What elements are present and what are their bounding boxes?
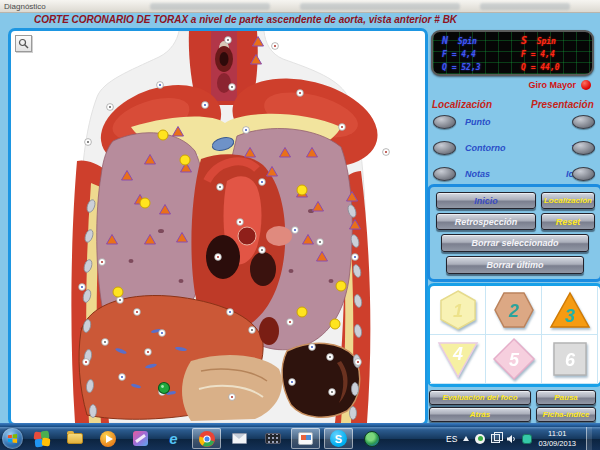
keyboard-icon[interactable] [258, 428, 287, 449]
chrome-icon[interactable] [192, 428, 221, 449]
window-title: Diagnóstico [0, 2, 46, 11]
shape-3-triangle[interactable]: 3 [542, 286, 598, 335]
shape-2-hexagon[interactable]: 2 [486, 286, 542, 335]
s-spin-f: F = 4,4 [521, 48, 560, 61]
n-spin-readout: N Spin F = 4,4 Q = 52,3 [442, 34, 481, 74]
windows-taskbar: e S ES 11:01 03/09/2013 [0, 427, 600, 450]
actions-panel: Inicio Localización Retrospección Reset … [427, 184, 600, 282]
n-spin-q: Q = 52,3 [442, 61, 481, 74]
n-spin-f: F = 4,4 [442, 48, 481, 61]
borrar-seleccionado-button[interactable]: Borrar seleccionado [441, 234, 589, 252]
titlebar-artifact [300, 3, 460, 10]
start-button[interactable] [2, 428, 23, 449]
svg-text:5: 5 [508, 350, 519, 370]
diagnostic-app-window: CORTE CORONARIO DE TORAX a nivel de part… [0, 13, 600, 427]
atras-button[interactable]: Atrás [429, 407, 531, 422]
mail-icon[interactable] [225, 428, 254, 449]
svg-text:2: 2 [507, 301, 518, 321]
clock[interactable]: 11:01 03/09/2013 [538, 429, 576, 449]
punto-label: Punto [465, 117, 491, 127]
globe-icon[interactable] [357, 428, 386, 449]
texto-toggle[interactable] [572, 141, 595, 155]
screen: { "window": { "title": "Diagnóstico" }, … [0, 0, 600, 450]
spin-readout-display: N Spin F = 4,4 Q = 52,3 S Spin F = 4,4 Q… [431, 30, 594, 76]
svg-text:1: 1 [452, 301, 462, 321]
retrospeccion-button[interactable]: Retrospección [436, 213, 536, 230]
iconos-toggle[interactable] [572, 167, 595, 181]
reset-button[interactable]: Reset [541, 213, 595, 230]
tray-expand-icon[interactable] [463, 436, 469, 441]
movie-maker-icon[interactable] [126, 428, 155, 449]
explorer-icon[interactable] [60, 428, 89, 449]
section-title: CORTE CORONARIO DE TORAX a nivel de part… [34, 14, 457, 25]
notas-toggle[interactable] [433, 167, 456, 181]
clock-time: 11:01 [538, 429, 576, 439]
giro-mayor-label: Giro Mayor [528, 80, 576, 90]
magnifier-icon [18, 38, 29, 49]
tray-status-icon[interactable] [475, 434, 485, 444]
giro-mayor-row: Giro Mayor [430, 79, 594, 91]
skype-icon[interactable]: S [324, 428, 353, 449]
system-tray: ES 11:01 03/09/2013 [446, 427, 600, 450]
media-player-icon[interactable] [93, 428, 122, 449]
marker-shapes-panel: 1 2 3 4 5 6 [427, 283, 600, 387]
titlebar-artifact [480, 3, 570, 10]
localizacion-button[interactable]: Localización [541, 192, 595, 209]
shape-4-triangle[interactable]: 4 [430, 335, 486, 384]
anatomy-image-panel[interactable] [8, 28, 428, 426]
shape-5-diamond[interactable]: 5 [486, 335, 542, 384]
windows-flag-icon [7, 433, 18, 444]
tray-antivirus-icon[interactable] [522, 434, 532, 444]
tray-restore-icon[interactable] [491, 434, 500, 443]
localizacion-header: Localización [432, 99, 492, 110]
show-desktop-button[interactable] [586, 427, 592, 450]
shape-1-hexagon[interactable]: 1 [430, 286, 486, 335]
evaluacion-foco-button[interactable]: Evaluación del foco [429, 390, 531, 405]
language-indicator[interactable]: ES [446, 434, 457, 444]
white-app-icon[interactable] [291, 428, 320, 449]
pausa-button[interactable]: Pausa [536, 390, 596, 405]
svg-text:6: 6 [564, 350, 575, 370]
foco-toggle[interactable] [572, 115, 595, 129]
presentacion-header: Presentación [531, 99, 594, 110]
thorax-section-image [11, 31, 425, 423]
tray-volume-icon[interactable] [506, 434, 516, 444]
giro-mayor-indicator[interactable] [581, 80, 591, 90]
shape-6-square[interactable]: 6 [542, 335, 598, 384]
window-titlebar[interactable]: Diagnóstico [0, 0, 600, 13]
contorno-toggle[interactable] [433, 141, 456, 155]
svg-text:4: 4 [451, 344, 462, 364]
svg-text:3: 3 [564, 306, 574, 326]
zoom-tool-button[interactable] [15, 35, 32, 52]
titlebar-artifact [150, 3, 270, 10]
s-spin-readout: S Spin F = 4,4 Q = 44,0 [521, 34, 560, 74]
ficha-indice-button[interactable]: Ficha-índice [536, 407, 596, 422]
punto-toggle[interactable] [433, 115, 456, 129]
ie-icon[interactable]: e [159, 428, 188, 449]
clock-date: 03/09/2013 [538, 439, 576, 449]
colorful-app-icon[interactable] [27, 428, 56, 449]
inicio-button[interactable]: Inicio [436, 192, 536, 209]
borrar-ultimo-button[interactable]: Borrar último [446, 256, 584, 274]
notas-label: Notas [465, 169, 490, 179]
s-spin-q: Q = 44,0 [521, 61, 560, 74]
contorno-label: Contorno [465, 143, 506, 153]
